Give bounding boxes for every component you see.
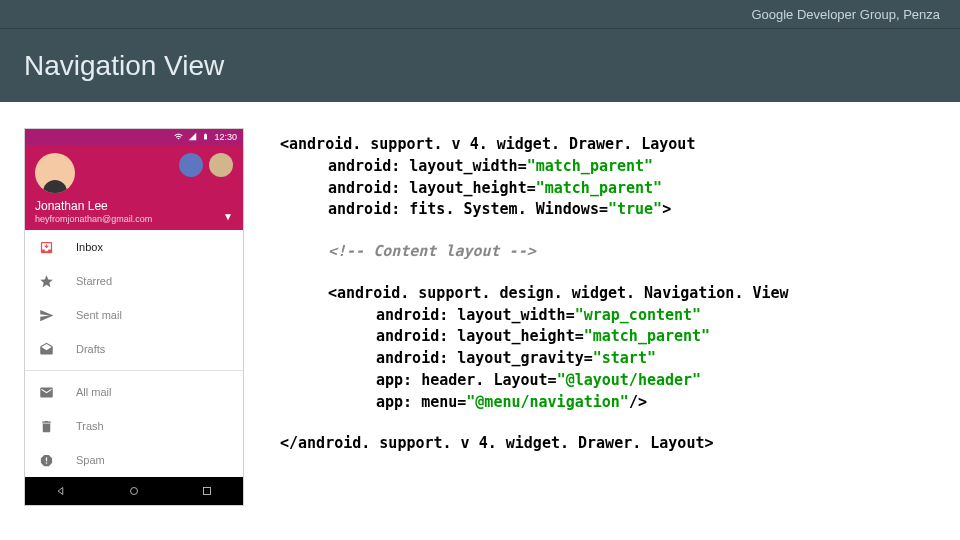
code-line: android: layout_width="wrap_content" bbox=[280, 305, 936, 327]
nav-label: Spam bbox=[76, 454, 105, 466]
code-block: <android. support. v 4. widget. Drawer. … bbox=[280, 128, 936, 506]
nav-item-trash[interactable]: Trash bbox=[25, 409, 243, 443]
nav-label: All mail bbox=[76, 386, 111, 398]
code-line: android: layout_width="match_parent" bbox=[280, 156, 936, 178]
nav-list: Inbox Starred Sent mail Drafts All mail bbox=[25, 230, 243, 477]
drafts-icon bbox=[39, 342, 54, 357]
code-comment: <!-- Content layout --> bbox=[280, 241, 936, 263]
nav-item-allmail[interactable]: All mail bbox=[25, 375, 243, 409]
phone-mockup: 12:30 Jonathan Lee heyfromjonathan@gmail… bbox=[24, 128, 244, 506]
mail-icon bbox=[39, 385, 54, 400]
android-nav-bar bbox=[25, 477, 243, 505]
signal-icon bbox=[188, 132, 197, 141]
nav-item-inbox[interactable]: Inbox bbox=[25, 230, 243, 264]
chevron-down-icon[interactable]: ▼ bbox=[223, 211, 233, 222]
nav-label: Starred bbox=[76, 275, 112, 287]
top-bar-label: Google Developer Group, Penza bbox=[751, 7, 940, 22]
wifi-icon bbox=[174, 132, 183, 141]
home-key-icon[interactable] bbox=[127, 484, 141, 498]
back-key-icon[interactable] bbox=[54, 484, 68, 498]
nav-label: Trash bbox=[76, 420, 104, 432]
nav-item-starred[interactable]: Starred bbox=[25, 264, 243, 298]
page-title: Navigation View bbox=[24, 50, 224, 82]
delete-icon bbox=[39, 419, 54, 434]
svg-point-0 bbox=[130, 488, 137, 495]
mini-avatar-2 bbox=[209, 153, 233, 177]
nav-label: Sent mail bbox=[76, 309, 122, 321]
nav-divider bbox=[25, 370, 243, 371]
recent-key-icon[interactable] bbox=[200, 484, 214, 498]
battery-icon bbox=[202, 132, 209, 141]
star-icon bbox=[39, 274, 54, 289]
avatar bbox=[35, 153, 75, 193]
status-bar: 12:30 bbox=[25, 129, 243, 145]
svg-rect-1 bbox=[203, 488, 210, 495]
mini-avatar-1 bbox=[179, 153, 203, 177]
send-icon bbox=[39, 308, 54, 323]
code-line: android: layout_gravity="start" bbox=[280, 348, 936, 370]
report-icon bbox=[39, 453, 54, 468]
drawer-user-email: heyfromjonathan@gmail.com bbox=[35, 214, 233, 224]
title-bar: Navigation View bbox=[0, 28, 960, 102]
code-line: android: layout_height="match_parent" bbox=[280, 178, 936, 200]
code-line: app: menu="@menu/navigation"/> bbox=[280, 392, 936, 414]
nav-item-spam[interactable]: Spam bbox=[25, 443, 243, 477]
drawer-user-name: Jonathan Lee bbox=[35, 199, 233, 213]
code-line: android: layout_height="match_parent" bbox=[280, 326, 936, 348]
drawer-header: Jonathan Lee heyfromjonathan@gmail.com ▼ bbox=[25, 145, 243, 230]
code-line: android: fits. System. Windows="true"> bbox=[280, 199, 936, 221]
main-content: 12:30 Jonathan Lee heyfromjonathan@gmail… bbox=[0, 102, 960, 532]
nav-label: Drafts bbox=[76, 343, 105, 355]
mini-avatars bbox=[179, 153, 233, 177]
nav-item-sent[interactable]: Sent mail bbox=[25, 298, 243, 332]
nav-label: Inbox bbox=[76, 241, 103, 253]
status-time: 12:30 bbox=[214, 132, 237, 142]
code-line: <android. support. design. widget. Navig… bbox=[280, 283, 936, 305]
inbox-icon bbox=[39, 240, 54, 255]
nav-item-drafts[interactable]: Drafts bbox=[25, 332, 243, 366]
code-line: </android. support. v 4. widget. Drawer.… bbox=[280, 433, 936, 455]
top-bar: Google Developer Group, Penza bbox=[0, 0, 960, 28]
code-line: <android. support. v 4. widget. Drawer. … bbox=[280, 134, 936, 156]
code-line: app: header. Layout="@layout/header" bbox=[280, 370, 936, 392]
